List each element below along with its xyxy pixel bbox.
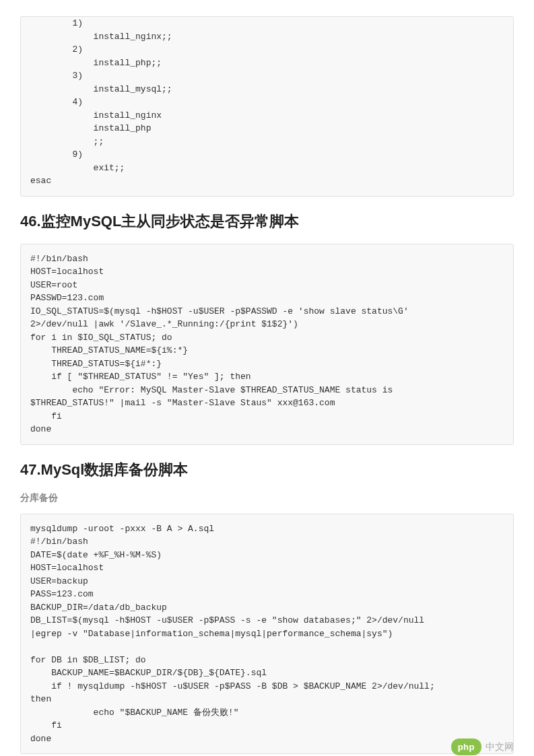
watermark-text: 中文网 bbox=[486, 741, 514, 753]
watermark: php 中文网 bbox=[451, 738, 514, 755]
sub-label-47: 分库备份 bbox=[20, 492, 514, 504]
watermark-logo: php bbox=[451, 738, 481, 755]
code-block-mysql-monitor: #!/bin/bash HOST=localhost USER=root PAS… bbox=[20, 244, 514, 445]
code-block-esac: 1) install_nginx;; 2) install_php;; 3) i… bbox=[20, 16, 514, 197]
heading-46: 46.监控MySQL主从同步状态是否异常脚本 bbox=[20, 211, 514, 232]
heading-47: 47.MySql数据库备份脚本 bbox=[20, 460, 514, 480]
article-content: 1) install_nginx;; 2) install_php;; 3) i… bbox=[20, 0, 514, 754]
code-block-mysql-backup: mysqldump -uroot -pxxx -B A > A.sql #!/b… bbox=[20, 514, 514, 755]
